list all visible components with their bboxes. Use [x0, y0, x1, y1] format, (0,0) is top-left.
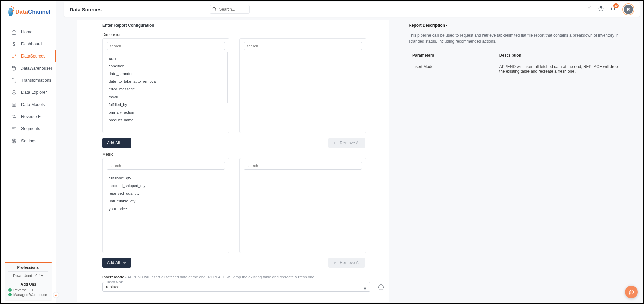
svg-point-6 — [15, 82, 16, 83]
remove-all-metrics-button[interactable]: Remove All — [328, 258, 365, 268]
bell-icon[interactable]: 39 — [610, 6, 616, 13]
gear-icon — [11, 138, 17, 144]
warehouse-icon — [11, 65, 16, 71]
insert-mode-value: replace — [106, 284, 367, 289]
th-parameters: Parameters — [409, 50, 496, 61]
dimension-available-body[interactable]: asin condition date_stranded date_to_tak… — [103, 53, 229, 133]
th-description: Description — [496, 50, 626, 61]
sidebar-item-data-explorer[interactable]: Data Explorer — [1, 86, 56, 99]
list-item[interactable]: date_stranded — [103, 70, 229, 77]
list-item[interactable]: condition — [103, 62, 229, 70]
list-item[interactable]: primary_action — [103, 108, 229, 116]
sidebar-item-settings[interactable]: Settings — [1, 135, 56, 147]
arrow-left-icon — [333, 261, 337, 265]
chat-icon — [628, 289, 634, 295]
report-description-title: Report Description - — [409, 23, 626, 28]
chevron-down-icon: ▾ — [364, 285, 366, 292]
plan-rows: Rows Used - 0.4M — [8, 272, 48, 280]
list-item[interactable]: inbound_shipped_qty — [103, 182, 229, 189]
metric-selected-search-input[interactable] — [244, 162, 362, 170]
metric-available-list: fulfillable_qty inbound_shipped_qty rese… — [102, 158, 229, 253]
sidebar-item-segments[interactable]: Segments — [1, 123, 56, 135]
list-item[interactable]: error_message — [103, 85, 229, 93]
help-icon[interactable] — [598, 6, 604, 13]
dimension-selected-list — [239, 38, 366, 133]
parameters-table: Parameters Description Insert Mode APPEN… — [409, 50, 626, 77]
sidebar-item-label: Transformations — [21, 78, 51, 83]
avatar[interactable]: R — [624, 5, 633, 14]
metric-selected-body[interactable] — [240, 173, 366, 253]
list-item[interactable]: unfulfillable_qty — [103, 197, 229, 205]
sidebar-item-transformations[interactable]: Transformations — [1, 74, 56, 86]
sidebar-item-label: Data Models — [21, 102, 45, 107]
info-icon[interactable]: i — [378, 284, 384, 290]
list-item[interactable]: reserved_quantity — [103, 189, 229, 197]
header-actions: 39 R — [586, 3, 634, 15]
ai-sparkle-icon[interactable] — [586, 6, 592, 13]
svg-rect-3 — [12, 45, 14, 46]
svg-point-7 — [12, 90, 16, 94]
reverse-etl-icon — [11, 114, 17, 120]
sidebar-item-label: DataWarehouses — [20, 66, 53, 71]
sidebar-item-label: DataSources — [21, 54, 45, 59]
sidebar-item-home[interactable]: Home — [1, 26, 56, 38]
notification-badge: 39 — [613, 3, 619, 8]
sidebar-item-reverse-etl[interactable]: Reverse ETL — [1, 111, 56, 123]
metric-button-row: Add All Remove All — [77, 253, 376, 272]
segments-icon — [11, 126, 17, 132]
svg-point-14 — [630, 292, 631, 292]
chat-bubble-button[interactable] — [625, 286, 638, 298]
dimension-selected-search-input[interactable] — [244, 42, 362, 50]
metric-dual-list: fulfillable_qty inbound_shipped_qty rese… — [77, 158, 389, 253]
brand-logo[interactable]: DataChannel — [1, 1, 56, 24]
plan-card: Professional Rows Used - 0.4M Add Ons ✓R… — [5, 262, 52, 300]
home-icon — [11, 29, 17, 35]
sidebar-item-dashboard[interactable]: Dashboard — [1, 38, 56, 50]
add-all-dimensions-button[interactable]: Add All — [102, 138, 131, 148]
datasource-icon — [11, 53, 17, 59]
dimension-search-input[interactable] — [107, 42, 225, 50]
global-search — [210, 5, 250, 14]
sidebar-item-datawarehouses[interactable]: DataWarehouses — [1, 62, 56, 74]
avatar-ring: R — [622, 3, 634, 15]
list-item[interactable]: your_price — [103, 205, 229, 213]
brand-text: DataChannel — [15, 9, 50, 15]
search-icon — [212, 7, 217, 13]
list-item[interactable]: date_to_take_auto_removal — [103, 77, 229, 85]
scrollbar-thumb[interactable] — [227, 52, 228, 103]
check-icon: ✓ — [8, 288, 12, 292]
list-item[interactable]: fulfillable_qty — [103, 174, 229, 182]
dimension-selected-body[interactable] — [240, 53, 366, 133]
arrow-right-icon — [122, 261, 126, 265]
plan-name: Professional — [8, 265, 48, 272]
list-item[interactable]: product_name — [103, 116, 229, 124]
insert-mode-label: Insert Mode - APPEND will insert all fet… — [77, 272, 389, 280]
page-title: Data Sources — [70, 7, 102, 12]
sidebar-item-data-models[interactable]: Data Models — [1, 99, 56, 111]
insert-mode-select[interactable]: Insert Mode replace ▾ i — [102, 280, 370, 292]
svg-point-9 — [13, 140, 15, 142]
plan-addon-row: ✓Managed Warehouse — [8, 292, 48, 297]
add-all-metrics-button[interactable]: Add All — [102, 258, 131, 268]
svg-point-11 — [590, 7, 591, 7]
remove-all-dimensions-button[interactable]: Remove All — [328, 138, 365, 148]
list-item[interactable]: fulfilled_by — [103, 101, 229, 108]
sidebar: DataChannel Home Dashboard DataSources D… — [1, 1, 56, 303]
report-description-text: This pipeline can be used to request and… — [409, 32, 626, 44]
sidebar-item-label: Segments — [21, 126, 40, 131]
check-icon: ✓ — [8, 293, 12, 296]
list-item[interactable]: fnsku — [103, 93, 229, 101]
sidebar-item-label: Dashboard — [21, 42, 42, 46]
metric-label: Metric — [77, 152, 389, 158]
transform-icon — [11, 77, 17, 83]
metric-search-input[interactable] — [107, 162, 225, 170]
dashboard-icon — [11, 41, 17, 47]
list-item[interactable]: asin — [103, 54, 229, 62]
metric-available-body[interactable]: fulfillable_qty inbound_shipped_qty rese… — [103, 173, 229, 253]
sidebar-nav: Home Dashboard DataSources DataWarehouse… — [1, 24, 56, 259]
collapse-sidebar-button[interactable]: « — [53, 292, 59, 298]
plan-addon-row: ✓Reverse ETL — [8, 288, 48, 292]
sidebar-item-datasources[interactable]: DataSources — [1, 50, 56, 62]
metric-selected-list — [239, 158, 366, 253]
plan-addons-title: Add Ons — [8, 280, 48, 288]
